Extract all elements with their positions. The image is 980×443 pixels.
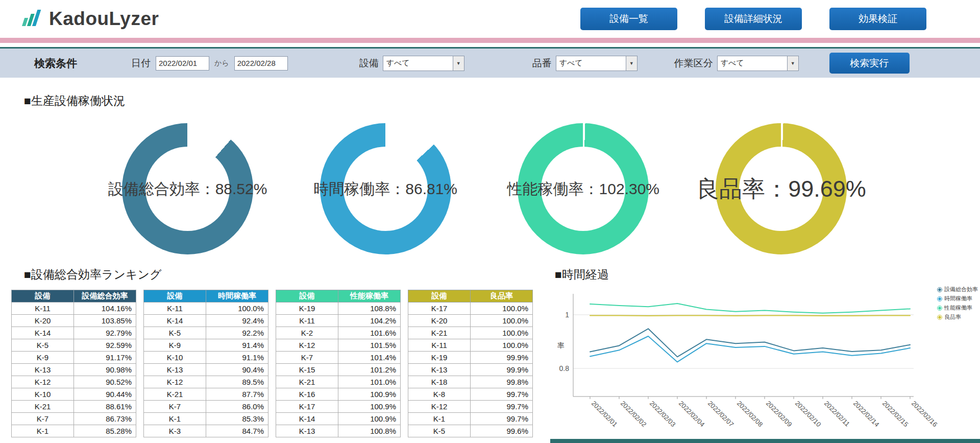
value-cell: 101.6%	[338, 327, 401, 339]
chevron-down-icon: ▼	[453, 56, 464, 71]
table-row: K-2101.6%	[276, 327, 401, 339]
table-row: K-12101.5%	[276, 339, 401, 352]
value-cell: 104.2%	[338, 315, 401, 327]
value-cell: 85.3%	[206, 413, 268, 425]
value-cell: 87.7%	[206, 388, 268, 401]
nav-equipment-detail-button[interactable]: 設備詳細状況	[705, 8, 802, 30]
value-cell: 85.28%	[74, 425, 136, 437]
date-label: 日付	[131, 57, 151, 70]
table-row: K-991.4%	[144, 339, 268, 352]
equipment-cell: K-21	[144, 388, 206, 401]
table-row: K-899.7%	[408, 388, 533, 401]
table-row: K-185.28%	[12, 425, 136, 437]
value-cell: 99.7%	[471, 401, 533, 413]
equipment-select[interactable]: すべて ▼	[383, 56, 464, 71]
equipment-cell: K-14	[144, 315, 206, 327]
donut-chart: 性能稼働率：102.30%	[518, 123, 649, 254]
search-conditions-bar: 検索条件 日付 から 設備 すべて ▼ 品番 すべて ▼ 作業区分 すべて ▼ …	[0, 49, 980, 78]
equipment-cell: K-1	[12, 425, 74, 437]
value-cell: 101.2%	[338, 364, 401, 376]
search-execute-button[interactable]: 検索実行	[829, 53, 910, 74]
dashboard-page: KadouLyzer 設備一覧 設備詳細状況 効果検証 検索条件 日付 から 設…	[0, 0, 980, 443]
svg-text:2022/02/07: 2022/02/07	[706, 400, 736, 429]
chevron-down-icon: ▼	[626, 56, 637, 71]
app-logo: KadouLyzer	[20, 8, 159, 30]
value-cell: 103.85%	[74, 315, 136, 327]
logo-icon	[20, 9, 44, 29]
equipment-cell: K-12	[276, 339, 338, 352]
value-cell: 100.0%	[206, 302, 268, 315]
table-row: K-7101.4%	[276, 352, 401, 364]
legend-label: 設備総合効率	[944, 286, 978, 293]
legend-label: 良品率	[944, 313, 961, 321]
equipment-cell: K-7	[12, 413, 74, 425]
table-row: K-20103.85%	[12, 315, 136, 327]
table-row: K-1289.5%	[144, 376, 268, 388]
equipment-cell: K-5	[144, 327, 206, 339]
value-cell: 108.8%	[338, 302, 401, 315]
table-row: K-1091.1%	[144, 352, 268, 364]
value-cell: 99.7%	[471, 413, 533, 425]
value-cell: 99.7%	[471, 388, 533, 401]
legend-dot-icon	[937, 296, 942, 301]
legend-item[interactable]: 良品率	[937, 313, 978, 321]
equipment-cell: K-12	[408, 401, 471, 413]
legend-item[interactable]: 性能稼働率	[937, 304, 978, 312]
date-from-input[interactable]	[156, 56, 209, 71]
value-cell: 100.9%	[338, 413, 401, 425]
equipment-cell: K-3	[144, 425, 206, 437]
equipment-cell: K-10	[144, 352, 206, 364]
table-row: K-1492.4%	[144, 315, 268, 327]
svg-text:率: 率	[557, 341, 565, 349]
part-number-select[interactable]: すべて ▼	[556, 56, 638, 71]
legend-dot-icon	[937, 306, 942, 311]
svg-text:2022/02/04: 2022/02/04	[677, 400, 706, 429]
value-cell: 100.8%	[338, 425, 401, 437]
equipment-cell: K-9	[12, 352, 74, 364]
svg-text:2022/02/10: 2022/02/10	[794, 400, 823, 429]
status-section-title: ■生産設備稼働状況	[24, 93, 980, 109]
legend-item[interactable]: 時間稼働率	[937, 295, 978, 302]
logo-text: KadouLyzer	[49, 8, 159, 30]
legend-dot-icon	[937, 287, 942, 292]
table-row: K-11100.0%	[408, 339, 533, 352]
ranking-table: 設備良品率K-17100.0%K-20100.0%K-21100.0%K-111…	[408, 290, 533, 437]
table-row: K-11104.2%	[276, 315, 401, 327]
ranking-section-title: ■設備総合効率ランキング	[24, 267, 533, 283]
chart-legend: 設備総合効率時間稼働率性能稼働率良品率	[937, 286, 978, 321]
accent-bar	[0, 38, 980, 43]
table-row: K-1390.98%	[12, 364, 136, 376]
value-cell: 101.0%	[338, 376, 401, 388]
table-row: K-16100.9%	[276, 388, 401, 401]
svg-text:2022/02/01: 2022/02/01	[590, 400, 619, 429]
value-cell: 100.9%	[338, 401, 401, 413]
equipment-cell: K-16	[276, 388, 338, 401]
column-header: 時間稼働率	[206, 290, 268, 302]
work-category-select[interactable]: すべて ▼	[717, 56, 799, 71]
value-cell: 104.16%	[74, 302, 136, 315]
nav-effect-verification-button[interactable]: 効果検証	[829, 8, 926, 30]
value-cell: 100.0%	[471, 339, 533, 352]
work-category-filter-label: 作業区分	[674, 57, 713, 70]
table-row: K-1290.52%	[12, 376, 136, 388]
table-row: K-592.2%	[144, 327, 268, 339]
legend-item[interactable]: 設備総合効率	[937, 286, 978, 293]
value-cell: 86.73%	[74, 413, 136, 425]
value-cell: 99.6%	[471, 425, 533, 437]
value-cell: 91.4%	[206, 339, 268, 352]
value-cell: 90.98%	[74, 364, 136, 376]
app-header: KadouLyzer 設備一覧 設備詳細状況 効果検証	[0, 0, 980, 38]
part-number-select-value: すべて	[556, 58, 626, 68]
search-conditions-title: 検索条件	[34, 56, 77, 71]
table-row: K-1090.44%	[12, 388, 136, 401]
equipment-cell: K-11	[144, 302, 206, 315]
nav-equipment-list-button[interactable]: 設備一覧	[580, 8, 677, 30]
table-row: K-991.17%	[12, 352, 136, 364]
donut-chart: 設備総合効率：88.52%	[122, 123, 253, 254]
donut-chart: 良品率：99.69%	[716, 123, 847, 254]
table-row: K-1390.4%	[144, 364, 268, 376]
equipment-cell: K-17	[408, 302, 471, 315]
equipment-cell: K-19	[408, 352, 471, 364]
date-to-input[interactable]	[234, 56, 288, 71]
table-header-row: 設備時間稼働率	[144, 290, 268, 302]
